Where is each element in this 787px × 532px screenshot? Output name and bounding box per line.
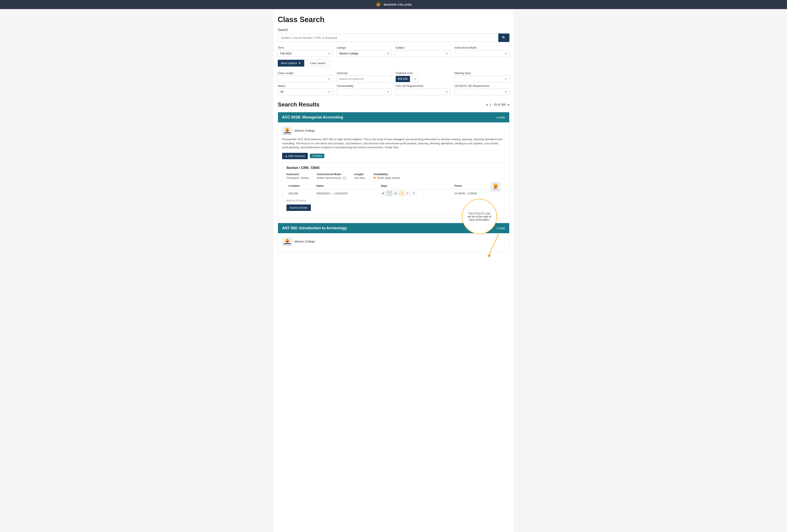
course-title-acc001b: ACC 001B: Managerial Accounting [282, 115, 343, 119]
csu-ge-filter: CSU GE Requirements [396, 84, 450, 95]
textbook-cost-row: ZTC LTC [396, 75, 450, 82]
status-filter: Status All [278, 84, 333, 95]
availability-info: Availability: 35/35 seats remain [374, 173, 400, 180]
instructor-info-value: Thompson, Teresa [286, 176, 309, 179]
instructor-filter: Instructor [337, 71, 391, 82]
course-units-ant002: 3 units [496, 227, 505, 230]
textbook-cost-label: Textbook Cost [396, 71, 450, 75]
page-title: Class Search [278, 15, 509, 24]
section-crn: Section / CRN: 73944 [286, 166, 501, 170]
status-label: Status [278, 84, 333, 87]
length-info: Length: Full Term [354, 173, 365, 180]
course-header-acc001b: ACC 001B: Managerial Accounting 4 units [278, 112, 509, 123]
search-button[interactable]: 🔍 [498, 34, 509, 42]
day-r: R [399, 191, 404, 196]
dates-col-header: Dates [314, 182, 379, 189]
search-input[interactable] [278, 34, 498, 42]
first-card-wrapper: ACC 001B: Managerial Accounting 4 units … [278, 112, 509, 219]
subject-select[interactable] [396, 50, 450, 57]
svg-text:MISSION COLLEGE: MISSION COLLEGE [283, 244, 291, 245]
svg-line-2 [380, 2, 380, 3]
subject-filter: Subject [396, 46, 450, 57]
more-options-button[interactable]: More Options ▼ [278, 60, 304, 67]
brand-name: MISSION COLLEGE [384, 3, 412, 6]
college-logo-icon-2: MISSION COLLEGE [282, 237, 293, 246]
schedule-row: ONLINE 08/26/2023 — 12/16/2023 M T W R F… [286, 189, 501, 198]
transferability-filter: Transferability [337, 84, 391, 95]
status-select[interactable]: All [278, 88, 333, 95]
results-header: Search Results « 1 - 25 of 265 » [278, 101, 509, 108]
term-filter: Term: Fall 2023 Spring 2023 Summer 2023 [278, 46, 333, 57]
mode-info-icon[interactable]: i [343, 176, 346, 180]
clear-search-button[interactable]: Clear Search [306, 60, 329, 67]
class-length-select[interactable] [278, 75, 333, 82]
csu-ge-select[interactable] [396, 88, 450, 95]
svg-rect-17 [284, 243, 291, 244]
mode-info-value: Online Synchronous i [317, 176, 346, 180]
mode-filter: Instructional Mode [454, 46, 509, 57]
svg-text:MISSION COLLEGE: MISSION COLLEGE [283, 134, 291, 135]
college-name-acc001b: Mission College [295, 129, 315, 132]
length-info-label: Length: [354, 173, 365, 176]
college-info-ant002: MISSION COLLEGE Mission College [282, 237, 505, 246]
hide-sections-button[interactable]: ▲ Hide Sections [282, 153, 308, 159]
hide-sections-label: ▲ Hide Sections [285, 154, 305, 158]
days-col-header: Days [379, 182, 452, 189]
section-count-badge: 1 Section [310, 154, 324, 158]
college-info-acc001b: MISSION COLLEGE Mission College [282, 127, 505, 135]
svg-rect-8 [284, 132, 291, 133]
uc-igetc-filter: UC/IGETC GE Requirements [454, 84, 509, 95]
mode-select[interactable] [454, 50, 509, 57]
meeting-days-select[interactable] [454, 75, 509, 82]
instructor-input[interactable] [337, 75, 391, 82]
meeting-schedule-label: Meeting Schedule [286, 199, 501, 202]
class-length-filter: Class Length [278, 71, 333, 82]
results-title: Search Results [278, 101, 320, 108]
uc-igetc-select[interactable] [454, 88, 509, 95]
mode-label: Instructional Mode [454, 46, 509, 49]
availability-info-label: Availability: [374, 173, 400, 176]
instructor-label: Instructor [337, 71, 391, 75]
instructor-info-label: Instructor: [286, 173, 309, 176]
college-select[interactable]: Mission College West Valley College [337, 50, 391, 57]
uc-igetc-label: UC/IGETC GE Requirements [454, 84, 509, 87]
college-label: College: [337, 46, 391, 49]
transferability-label: Transferability [337, 84, 391, 87]
course-body-ant002: MISSION COLLEGE Mission College [278, 233, 509, 252]
section-details-button[interactable]: Section Details [286, 204, 311, 211]
chevron-down-icon: ▼ [298, 62, 301, 65]
section-controls-acc001b: ▲ Hide Sections 1 Section [282, 153, 505, 159]
clear-search-label: Clear Search [310, 62, 325, 65]
action-row: More Options ▼ Clear Search [278, 60, 509, 67]
availability-info-value: 35/35 seats remain [374, 176, 400, 179]
sun-logo-icon [375, 1, 382, 8]
csu-ge-label: CSU GE Requirements [396, 84, 450, 87]
pagination: « 1 - 25 of 265 » [486, 103, 509, 107]
day-s: S [411, 191, 416, 196]
schedule-table: Location Dates Days Times ONLINE 08/26/2… [286, 182, 501, 197]
location-col-header: Location [286, 182, 315, 189]
meeting-days-filter: Meeting Days [454, 71, 509, 82]
ztc-ltc-icon: ZTC/LTC [490, 182, 501, 193]
day-w: W [393, 191, 398, 196]
search-icon: 🔍 [502, 36, 506, 40]
advanced-filters-row1: Class Length Instructor Textbook Cost ZT… [278, 71, 509, 82]
term-select[interactable]: Fall 2023 Spring 2023 Summer 2023 [278, 50, 333, 57]
college-logo-icon: MISSION COLLEGE [282, 127, 293, 135]
length-info-value: Full Term [354, 176, 365, 179]
term-label: Term: [278, 46, 333, 49]
svg-text:ZTC/LTC: ZTC/LTC [493, 189, 498, 190]
textbook-cost-filter: Textbook Cost ZTC LTC [396, 71, 450, 82]
filter-row: Term: Fall 2023 Spring 2023 Summer 2023 … [278, 46, 509, 57]
section-details-label: Section Details [290, 206, 308, 209]
more-options-label: More Options [281, 62, 297, 65]
pagination-info: 1 - 25 of 265 [490, 103, 506, 106]
textbook-select[interactable] [410, 75, 419, 82]
textbook-badge: ZTC LTC [396, 76, 410, 82]
course-description-acc001b: Prerequisite: ACC 001A Advisory: MAT 903… [282, 137, 505, 150]
pagination-next-button[interactable]: » [508, 103, 509, 107]
transferability-select[interactable] [337, 88, 391, 95]
top-navigation: MISSION COLLEGE [0, 0, 787, 9]
pagination-prev-button[interactable]: « [486, 103, 488, 107]
main-content: Class Search Search 🔍 Term: Fall 2023 Sp… [274, 9, 514, 532]
